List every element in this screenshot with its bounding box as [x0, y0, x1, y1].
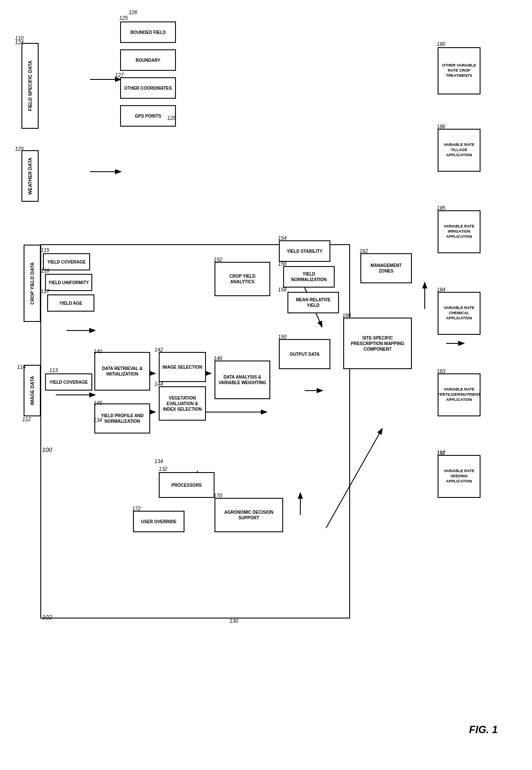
label-186: 186	[437, 124, 445, 130]
vr-chemical-box: VARIABLE RATE CHEMICAL APPLICATION	[438, 292, 481, 335]
label-127: 127	[115, 72, 124, 78]
label-112: 112	[22, 416, 31, 422]
label-146: 146	[214, 355, 222, 361]
label-124: 124	[15, 39, 24, 45]
data-retrieval-box: DATA RETRIEVAL & INITIALIZATION	[94, 352, 150, 391]
yield-age-box: YIELD AGE	[47, 294, 94, 312]
crop-yield-data-box: CROP YIELD DATA	[24, 245, 41, 322]
label-156: 156	[278, 261, 287, 267]
sspm-box: SITE-SPECIFIC PRESCRIPTION MAPPING COMPO…	[343, 318, 412, 369]
mean-relative-yield-box: MEAN RELATIVE YIELD	[287, 292, 339, 313]
label-150: 150	[278, 334, 287, 340]
label-183: 183	[437, 368, 445, 374]
label-160: 160	[342, 312, 351, 318]
label-125: 125	[119, 15, 128, 21]
vr-other-box: OTHER VARIABLE RATE CROP TREATMENTS	[438, 47, 481, 94]
label-114: 114	[17, 364, 26, 370]
label-172: 172	[132, 506, 141, 512]
label-140: 140	[94, 349, 102, 355]
label-130: 130	[230, 618, 238, 624]
label-126: 126	[129, 9, 137, 15]
crop-yield-analytics-box: CROP YIELD ANALYTICS	[215, 262, 270, 296]
label-144: 144	[154, 381, 163, 387]
image-data-box: IMAGE DATA	[24, 365, 41, 416]
management-zones-box: MANAGEMENT ZONES	[360, 253, 412, 283]
label-120: 120	[15, 146, 24, 152]
yield-coverage-box-top: YIELD COVERAGE	[43, 253, 90, 270]
diagram-container: FIELD SPECIFIC DATA BOUNDED FIELD BOUNDA…	[0, 0, 532, 770]
image-selection-box: IMAGE SELECTION	[159, 352, 206, 382]
label-145: 145	[94, 400, 102, 406]
field-specific-data-box: FIELD SPECIFIC DATA	[21, 43, 39, 129]
label-134b: 134	[154, 458, 163, 464]
boundary-box: BOUNDARY	[120, 49, 176, 71]
vr-fertilizer-box: VARIABLE RATE FERTILIZER/NUTRIENT APPLIC…	[438, 373, 481, 416]
vr-tillage-box: VARIABLE RATE TILLAGE APPLICATION	[438, 129, 481, 172]
label-158: 158	[278, 287, 287, 293]
image-data-label: IMAGE DATA	[29, 376, 35, 405]
yield-profile-box: YIELD PROFILE AND NORMALIZATION	[94, 403, 150, 434]
vr-irrigation-box: VARIABLE RATE IRRIGATION APPLICATION	[438, 210, 481, 253]
yield-uniformity-box: YIELD UNIFORMITY	[45, 274, 92, 291]
label-134a: 134	[94, 417, 102, 423]
processors-box: PROCESSORS	[159, 472, 215, 498]
label-182: 182	[437, 450, 445, 456]
label-113: 113	[49, 367, 58, 373]
label-170: 170	[214, 493, 222, 499]
field-specific-data-label: FIELD SPECIFIC DATA	[27, 61, 33, 111]
label-154: 154	[278, 235, 287, 241]
label-115: 115	[41, 247, 49, 253]
label-142: 142	[154, 347, 163, 353]
svg-line-16	[326, 429, 382, 528]
agronomic-decision-box: AGRONOMIC DECISION SUPPORT	[215, 498, 283, 532]
vr-seeding-box: VARIABLE RATE SEEDING APPLICATION	[438, 455, 481, 498]
label-132: 132	[159, 466, 167, 472]
bounded-field-box: BOUNDED FIELD	[120, 21, 176, 43]
label-116: 116	[41, 268, 49, 274]
label-128: 128	[167, 115, 176, 121]
weather-data-label: WEATHER DATA	[27, 158, 33, 195]
fig-label: FIG. 1	[469, 724, 498, 736]
label-152: 152	[214, 257, 222, 263]
label-117: 117	[41, 288, 49, 294]
crop-yield-data-label: CROP YIELD DATA	[29, 262, 35, 305]
weather-data-box: WEATHER DATA	[21, 150, 39, 202]
label-180: 180	[437, 41, 445, 47]
vegetation-evaluation-box: VEGETATION EVALUATION & INDEX SELECTION	[159, 386, 206, 421]
yield-stability-box: YIELD STABILITY	[279, 240, 330, 262]
output-data-box: OUTPUT DATA	[279, 339, 330, 369]
label-100: 100	[42, 446, 52, 453]
yield-coverage-box-bottom: YIELD COVERAGE	[45, 373, 92, 391]
yield-normalization-box: YIELD NORMALIZATION	[283, 266, 335, 288]
label-184: 184	[437, 287, 445, 293]
other-coordinates-box: OTHER COORDINATES	[120, 77, 176, 99]
label-185: 185	[437, 205, 445, 211]
label-162: 162	[360, 248, 368, 254]
label-102: 102	[42, 614, 52, 621]
data-analysis-box: DATA ANALYSIS & VARIABLE WEIGHTING	[215, 361, 270, 399]
user-override-box: USER OVERRIDE	[133, 511, 184, 532]
